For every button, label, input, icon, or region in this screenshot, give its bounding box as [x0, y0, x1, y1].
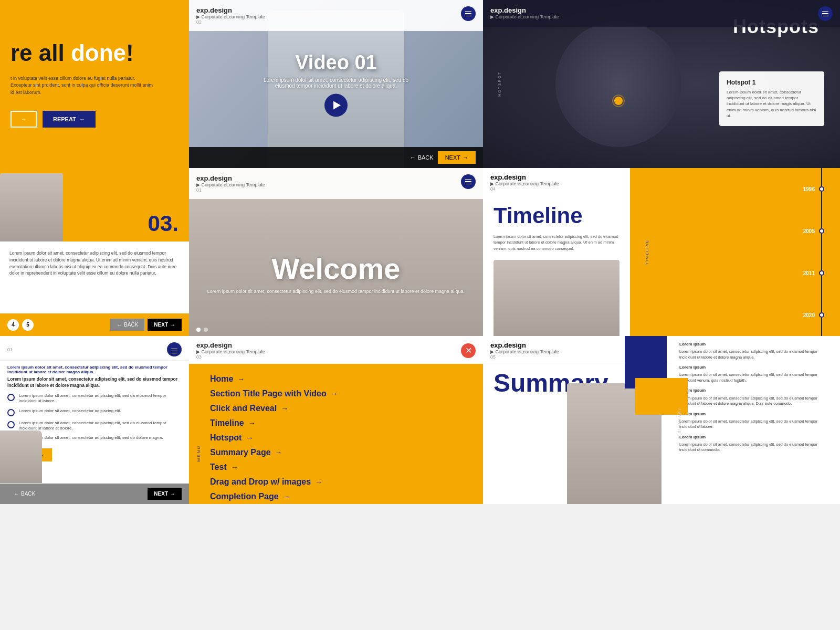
repeat-arrow: → — [79, 116, 85, 122]
quiz-next-button[interactable]: NEXT → — [148, 488, 182, 500]
menu-item-timeline[interactable]: Timeline → — [210, 418, 462, 428]
quiz-brand: 01 — [7, 347, 13, 352]
timeline-entries: 1996 2005 2011 2020 — [803, 168, 824, 336]
play-button[interactable] — [324, 94, 348, 117]
accordion-next-button[interactable]: NEXT → — [148, 319, 182, 331]
welcome-header: exp.design ▶ Corporate eLearning Templat… — [189, 168, 483, 199]
welcome-text: Welcome Lorem ipsum dolor sit amet, cons… — [189, 251, 483, 294]
accordion-number: 03. — [148, 211, 178, 236]
option-3-radio[interactable] — [7, 421, 15, 428]
headline-highlight: done — [71, 40, 126, 66]
completion-headline: re all done! — [10, 40, 173, 66]
video-header: exp.design ▶ Corporate eLearning Templat… — [189, 0, 483, 31]
menu-list: Home → Section Title Page with Video → C… — [189, 364, 483, 504]
pagination-dots: 4 5 — [7, 319, 34, 331]
video-label: Video 01 Lorem ipsum dolor sit amet, con… — [262, 51, 410, 117]
timeline-left: exp.design ▶ Corporate eLearning Templat… — [483, 168, 630, 336]
hotspot-sidebar-label: HOTSPOT — [498, 71, 501, 97]
timeline-slide-num: 04 — [490, 186, 559, 192]
table-circle — [555, 21, 681, 147]
hotspot-popup: Hotspot 1 Lorem ipsum dolor sit amet, co… — [719, 71, 824, 126]
video-cell: exp.design ▶ Corporate eLearning Templat… — [189, 0, 483, 168]
completion-body: t in voluptate velit esse cillum dolore … — [10, 75, 158, 97]
completion-buttons: ← REPEAT → — [10, 111, 173, 128]
summary-cell: exp.design ▶ Corporate eLearning Templat… — [483, 336, 840, 504]
menu-brand: exp.design ▶ Corporate eLearning Templat… — [196, 341, 265, 360]
accordion-content: Lorem ipsum dolor sit amet, consectetur … — [0, 242, 189, 313]
hotspot-dot-1[interactable] — [614, 97, 623, 105]
timeline-brand: exp.design ▶ Corporate eLearning Templat… — [490, 173, 559, 192]
menu-item-summary[interactable]: Summary Page → — [210, 448, 462, 457]
quiz-option-1[interactable]: Lorem ipsum dolor sit amet, consectetur … — [7, 393, 182, 404]
menu-sidebar-label: MENU — [196, 445, 201, 462]
video-footer: ← BACK NEXT → — [189, 147, 483, 168]
video-next-button[interactable]: NEXT → — [438, 151, 476, 164]
timeline-entry-2020: 2020 — [803, 312, 824, 318]
accordion-person-image — [0, 173, 63, 242]
hotspot-menu-icon[interactable] — [818, 6, 833, 21]
accordion-nav: ← BACK NEXT → — [110, 319, 182, 331]
menu-close-button[interactable]: ✕ — [461, 343, 476, 358]
welcome-nav — [196, 328, 476, 332]
option-2-radio[interactable] — [7, 409, 15, 416]
video-slide-num: 02 — [196, 19, 265, 25]
quiz-menu-icon[interactable] — [167, 342, 182, 357]
timeline-entry-1996: 1996 — [803, 186, 824, 192]
welcome-menu-icon[interactable] — [461, 174, 476, 189]
video-menu-icon[interactable] — [461, 6, 476, 21]
video-back-button[interactable]: ← BACK — [406, 154, 438, 161]
menu-cell: exp.design ▶ Corporate eLearning Templat… — [189, 336, 483, 504]
timeline-entry-2011: 2011 — [803, 270, 824, 276]
quiz-cell: 01 Lorem ipsum dolor sit amet, consectet… — [0, 336, 189, 504]
timeline-title: Timeline — [494, 203, 620, 228]
menu-item-drag-drop[interactable]: Drag and Drop w/ images → — [210, 477, 462, 487]
timeline-sidebar-label: TIMELINE — [645, 239, 649, 265]
welcome-cell: exp.design ▶ Corporate eLearning Templat… — [189, 168, 483, 336]
summary-text: Lorem ipsum Lorem ipsum dolor sit amet, … — [679, 341, 833, 453]
welcome-slide-num: 01 — [196, 187, 265, 193]
summary-slide-num: 05 — [490, 354, 559, 360]
summary-left: exp.design ▶ Corporate eLearning Templat… — [483, 336, 672, 504]
repeat-button[interactable]: REPEAT → — [43, 111, 96, 128]
menu-item-home[interactable]: Home → — [210, 374, 462, 384]
hotspot-brand: exp.design ▶ Corporate eLearning Templat… — [490, 6, 559, 19]
timeline-entry-2005: 2005 — [803, 228, 824, 234]
timeline-right: 1996 2005 2011 2020 TIMELINE — [630, 168, 840, 336]
option-1-radio[interactable] — [7, 394, 15, 401]
video-brand: exp.design ▶ Corporate eLearning Templat… — [196, 6, 265, 25]
menu-item-completion[interactable]: Completion Page → — [210, 492, 462, 501]
welcome-brand: exp.design ▶ Corporate eLearning Templat… — [196, 174, 265, 193]
back-button[interactable]: ← — [10, 111, 37, 128]
quiz-option-3[interactable]: Lorem ipsum dolor sit amet, consectetur … — [7, 421, 182, 432]
menu-item-click-reveal[interactable]: Click and Reveal → — [210, 404, 462, 413]
summary-right: Lorem ipsum Lorem ipsum dolor sit amet, … — [672, 336, 840, 504]
menu-item-section-title[interactable]: Section Title Page with Video → — [210, 389, 462, 398]
timeline-person-image — [494, 260, 620, 336]
nav-dot-1[interactable] — [196, 328, 201, 332]
timeline-header: exp.design ▶ Corporate eLearning Templat… — [483, 168, 630, 195]
quiz-option-2[interactable]: Lorem ipsum dolor sit amet, consectetur … — [7, 408, 182, 416]
accordion-top-strip: 03. — [0, 168, 189, 242]
completion-cell: re all done! t in voluptate velit esse c… — [0, 0, 189, 168]
menu-item-hotspot[interactable]: Hotspot → — [210, 433, 462, 443]
page-5-dot[interactable]: 5 — [22, 319, 34, 331]
welcome-nav-dots — [196, 328, 208, 332]
timeline-content: Timeline Lorem ipsum dolor sit amet, con… — [483, 195, 630, 260]
menu-slide-num: 03 — [196, 354, 265, 360]
quiz-footer: ← BACK NEXT → — [0, 484, 189, 504]
quiz-back-button[interactable]: ← BACK — [7, 488, 41, 500]
timeline-desc: Lorem ipsum dolor sit amet, consectetur … — [494, 234, 620, 251]
timeline-cell: exp.design ▶ Corporate eLearning Templat… — [483, 168, 840, 336]
accordion-footer: 4 5 ← BACK NEXT → — [0, 313, 189, 336]
hotspot-header: exp.design ▶ Corporate eLearning Templat… — [483, 0, 840, 27]
quiz-header: 01 — [0, 336, 189, 361]
menu-item-test[interactable]: Test → — [210, 463, 462, 472]
accordion-cell: 03. Lorem ipsum dolor sit amet, consecte… — [0, 168, 189, 336]
quiz-subtitle: Lorem ipsum dolor sit amet, consectetur … — [7, 365, 182, 374]
quiz-slide-num: 01 — [7, 347, 13, 352]
nav-dot-2[interactable] — [204, 328, 208, 332]
accordion-back-button[interactable]: ← BACK — [110, 319, 144, 331]
hotspot-cell: exp.design ▶ Corporate eLearning Templat… — [483, 0, 840, 168]
page-4-dot[interactable]: 4 — [7, 319, 19, 331]
summary-sidebar-label: SUMMARY — [678, 407, 681, 433]
